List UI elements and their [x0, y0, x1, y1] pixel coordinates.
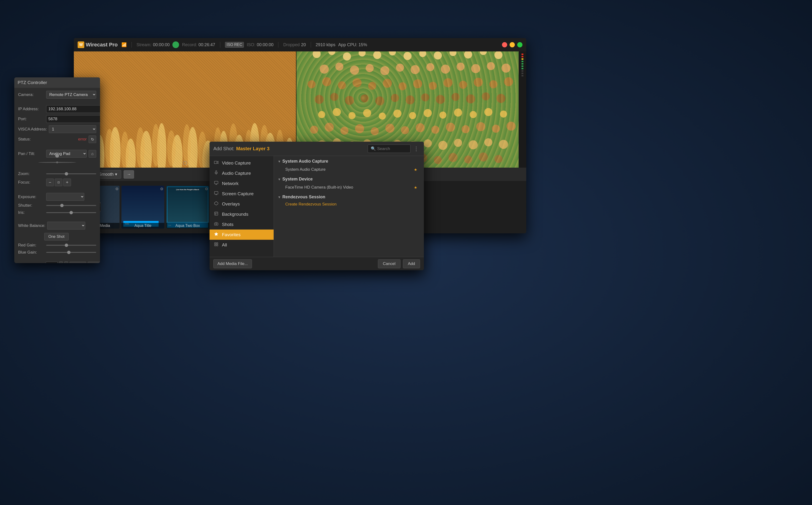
- ptz-exposure-select[interactable]: [46, 193, 84, 201]
- preset-recall-button[interactable]: Recall: [69, 262, 86, 263]
- svg-point-137: [494, 155, 502, 163]
- ptz-wb-select[interactable]: [47, 222, 85, 229]
- star-button-system-audio[interactable]: ★: [414, 167, 417, 172]
- create-rendezvous-link[interactable]: Create Rendezvous Session: [283, 201, 420, 208]
- ptz-home-button[interactable]: ⌂: [89, 150, 96, 158]
- chevron-device: ▼: [278, 177, 281, 181]
- svg-point-65: [413, 79, 422, 88]
- svg-point-54: [457, 62, 465, 71]
- ptz-blue-gain-slider[interactable]: [46, 252, 96, 253]
- vu-bar-empty1: [521, 70, 523, 72]
- shots-icon: [213, 222, 219, 227]
- svg-point-122: [469, 140, 478, 149]
- svg-rect-163: [217, 242, 218, 244]
- sidebar-item-network[interactable]: Network: [209, 178, 274, 189]
- maximize-button[interactable]: [517, 42, 522, 47]
- go-button[interactable]: →: [124, 170, 134, 179]
- svg-point-80: [436, 95, 445, 104]
- search-input[interactable]: [377, 146, 406, 151]
- item-label-system-audio: System Audio Capture: [285, 167, 326, 172]
- ptz-focus-label: Focus:: [18, 180, 44, 185]
- sidebar-label-screen-capture: Screen Capture: [222, 191, 254, 196]
- joystick-dot: [55, 154, 59, 158]
- ptz-iris-slider[interactable]: [46, 212, 96, 213]
- sidebar-item-all[interactable]: All: [209, 240, 274, 250]
- svg-point-134: [448, 153, 457, 162]
- ptz-joystick[interactable]: [38, 162, 76, 163]
- dialog-title-value: Master Layer 3: [236, 146, 270, 151]
- svg-rect-164: [214, 245, 216, 246]
- one-shot-button[interactable]: One Shot: [44, 233, 68, 240]
- shot-thumb-aqua-two-box[interactable]: Live from the People's March Live Aqua T…: [166, 186, 209, 228]
- dialog-search-box[interactable]: 🔍: [368, 145, 411, 153]
- preset-down-button[interactable]: ▼: [64, 262, 68, 263]
- ptz-zoom-row: Zoom:: [18, 171, 96, 176]
- vu-bar-green2: [521, 63, 523, 64]
- focus-auto-button[interactable]: ⊡: [55, 179, 62, 186]
- dialog-title-label: Add Shot:: [213, 146, 234, 151]
- vu-bar-red: [521, 53, 523, 55]
- svg-point-8: [188, 127, 198, 168]
- app-name: Wirecast Pro: [86, 42, 118, 48]
- dialog-more-button[interactable]: ⋮: [413, 145, 420, 153]
- svg-point-133: [434, 156, 442, 164]
- svg-rect-150: [214, 161, 217, 164]
- sidebar-item-overlays[interactable]: Overlays: [209, 199, 274, 209]
- gear-icon-aqua-title[interactable]: ⚙: [160, 187, 163, 191]
- add-media-file-button[interactable]: Add Media File...: [213, 259, 252, 268]
- svg-point-93: [439, 112, 447, 119]
- sidebar-item-video-capture[interactable]: Video Capture: [209, 158, 274, 168]
- gear-icon-aqua-two-box[interactable]: ⚙: [205, 187, 208, 191]
- ptz-red-gain-row: Red Gain:: [18, 243, 96, 247]
- svg-point-52: [426, 63, 434, 71]
- svg-point-58: [308, 80, 316, 88]
- star-button-facetime[interactable]: ★: [414, 185, 417, 190]
- monitor-icon: 🖵: [183, 161, 187, 166]
- preset-save-button[interactable]: Save: [88, 262, 100, 263]
- svg-point-32: [313, 51, 321, 58]
- svg-point-136: [479, 152, 488, 161]
- section-header-rendezvous: ▼ Rendezvous Session: [278, 194, 420, 199]
- svg-point-35: [359, 51, 366, 56]
- ptz-visca-select[interactable]: 1: [49, 125, 96, 133]
- ptz-shutter-slider[interactable]: [46, 205, 96, 206]
- ptz-pan-tilt-label: Pan / Tilt:: [18, 151, 44, 156]
- focus-minus-button[interactable]: −: [46, 179, 54, 186]
- ptz-camera-select[interactable]: Remote PTZ Camera: [46, 91, 96, 99]
- ptz-presets-input[interactable]: [46, 262, 58, 263]
- svg-point-98: [310, 126, 318, 134]
- svg-point-67: [443, 78, 453, 88]
- ptz-ip-input[interactable]: [46, 105, 100, 113]
- shot-thumb-aqua-title[interactable]: Title Aqua Title ⚙: [122, 186, 164, 228]
- svg-point-21: [167, 131, 176, 166]
- sidebar-item-shots[interactable]: Shots: [209, 219, 274, 229]
- ptz-pan-tilt-select[interactable]: Analog Pad: [46, 150, 87, 158]
- record-button[interactable]: [172, 41, 179, 48]
- svg-point-110: [492, 125, 500, 133]
- sidebar-item-screen-capture[interactable]: Screen Capture: [209, 189, 274, 199]
- focus-plus-button[interactable]: +: [63, 179, 71, 186]
- shot-label-aqua-title: Aqua Title: [122, 223, 164, 228]
- svg-rect-153: [214, 181, 218, 184]
- preset-up-button[interactable]: ▲: [59, 262, 63, 263]
- svg-point-75: [360, 94, 369, 103]
- sidebar-item-backgrounds[interactable]: Backgrounds: [209, 209, 274, 219]
- add-button[interactable]: Add: [403, 259, 420, 268]
- ptz-ip-row: IP Address:: [18, 105, 96, 113]
- svg-point-108: [462, 125, 470, 133]
- sidebar-item-audio-capture[interactable]: Audio Capture: [209, 168, 274, 178]
- sidebar-item-favorites[interactable]: Favorites: [209, 229, 274, 240]
- ptz-title: PTZ Controller: [18, 80, 47, 85]
- ptz-refresh-button[interactable]: ↻: [89, 136, 96, 143]
- ptz-red-gain-slider[interactable]: [46, 245, 96, 246]
- svg-point-70: [489, 80, 497, 88]
- ptz-zoom-slider[interactable]: [46, 173, 96, 174]
- item-label-facetime: FaceTime HD Camera (Built-in) Video: [285, 185, 353, 190]
- cancel-button[interactable]: Cancel: [378, 259, 400, 268]
- close-button[interactable]: [502, 42, 507, 47]
- svg-point-56: [487, 62, 495, 70]
- ptz-port-input[interactable]: [46, 115, 100, 123]
- gear-icon-social[interactable]: ⚙: [115, 187, 119, 191]
- svg-point-47: [350, 66, 359, 75]
- minimize-button[interactable]: [510, 42, 515, 47]
